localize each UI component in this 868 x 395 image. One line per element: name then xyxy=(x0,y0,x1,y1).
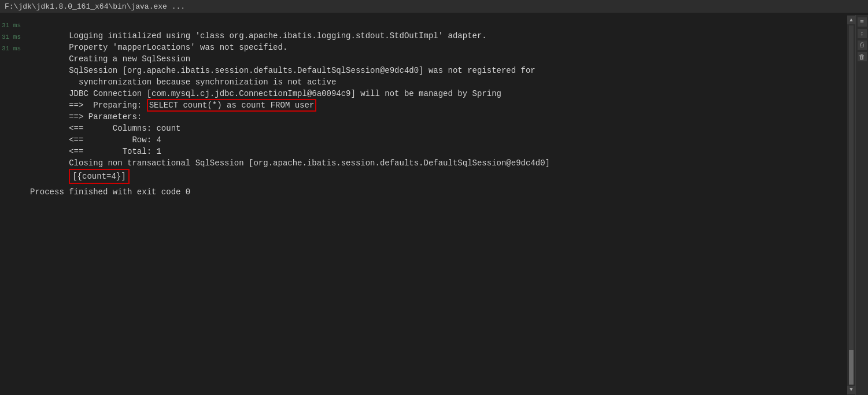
title-text: F:\jdk\jdk1.8.0_161_x64\bin\java.exe ... xyxy=(5,2,185,11)
result-highlighted: [{count=4}] xyxy=(69,169,129,184)
scrollbar-track[interactable] xyxy=(849,25,854,385)
log-line-1: Logging initialized using 'class org.apa… xyxy=(30,19,818,30)
gutter-item-2: 31 ms xyxy=(2,31,21,43)
log-line-process: Process finished with exit code 0 xyxy=(30,186,818,198)
log-content: Logging initialized using 'class org.apa… xyxy=(24,15,847,395)
sql-highlighted: SELECT count(*) as count FROM user xyxy=(147,99,317,112)
scrollbar-area: ▲ ▼ xyxy=(847,15,855,395)
sql-prefix: ==> Preparing: xyxy=(69,101,146,110)
log-line-empty xyxy=(30,169,818,180)
title-bar: F:\jdk\jdk1.8.0_161_x64\bin\java.exe ... xyxy=(0,0,868,13)
icon-menu[interactable]: ≡ xyxy=(858,17,867,27)
gutter-item-3: 31 ms xyxy=(2,43,21,54)
icon-delete[interactable]: 🗑 xyxy=(858,52,867,61)
left-gutter: 31 ms 31 ms 31 ms xyxy=(0,15,24,395)
log-line-9: <== Columns: count xyxy=(30,111,818,123)
icon-sort[interactable]: ↕ xyxy=(858,29,867,38)
icon-print[interactable]: ⎙ xyxy=(858,40,867,50)
right-icon-panel: ≡ ↕ ⎙ 🗑 xyxy=(855,15,868,395)
scroll-up-btn[interactable]: ▲ xyxy=(847,16,855,24)
scroll-down-btn[interactable]: ▼ xyxy=(847,386,855,394)
scrollbar-thumb[interactable] xyxy=(849,350,854,385)
terminal-window: F:\jdk\jdk1.8.0_161_x64\bin\java.exe ...… xyxy=(0,0,868,395)
gutter-item-1: 31 ms xyxy=(2,20,21,31)
